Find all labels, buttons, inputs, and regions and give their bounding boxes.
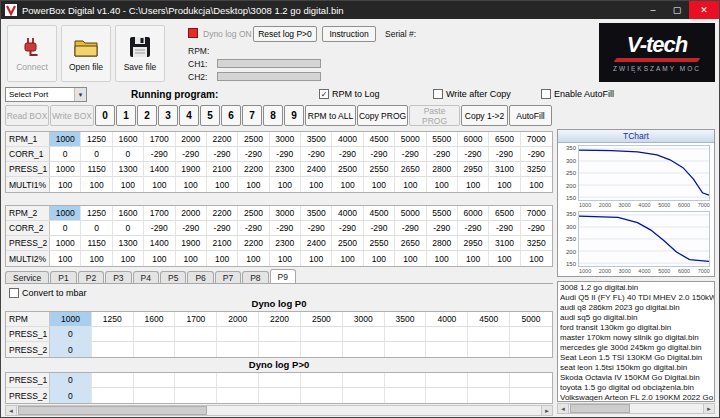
table-cell[interactable]: 1000 [50,206,81,220]
table-cell[interactable]: -290 [458,147,489,161]
file-list-item[interactable]: Volkswagen Arteon FL 2.0 190KM 2022 Go D… [558,393,714,402]
file-list-item[interactable]: 3008 1.2 go digital.bin [558,283,714,293]
table-cell[interactable]: 3100 [489,236,520,250]
table-cell[interactable]: -290 [395,147,426,161]
scroll-left-button[interactable]: ◄ [6,406,17,415]
table-cell[interactable] [426,388,468,403]
table-cell[interactable]: -290 [395,221,426,235]
file-list-scrollbar[interactable]: ◄ ► [557,403,715,414]
table-cell[interactable]: 3250 [521,162,552,176]
table-cell[interactable]: 2000 [176,206,207,220]
table-cell[interactable]: -290 [144,221,175,235]
table-cell[interactable]: 5500 [427,206,458,220]
table-cell[interactable]: 100 [332,251,363,266]
table-cell[interactable]: 0 [50,327,92,341]
table-cell[interactable]: 100 [176,251,207,266]
table-cell[interactable]: 1000 [50,312,92,326]
table-cell[interactable]: 100 [270,251,301,266]
table-cell[interactable] [217,388,259,403]
file-list-item[interactable]: Skoda Octavia IV 150KM Go Digital.bin [558,373,714,383]
table-cell[interactable]: 1000 [50,236,81,250]
table-cell[interactable]: -290 [364,221,395,235]
table-cell[interactable]: 1600 [113,206,144,220]
table-cell[interactable]: 3000 [343,312,385,326]
table-cell[interactable]: 1300 [113,162,144,176]
table-cell[interactable] [510,388,552,403]
table-cell[interactable] [343,342,385,357]
write-box-button[interactable]: Write BOX [50,105,94,126]
file-list-item[interactable]: ford transit 130km go digital.bin [558,323,714,333]
table-cell[interactable]: 4000 [426,312,468,326]
table-cell[interactable] [385,388,427,403]
table-cell[interactable]: -290 [176,147,207,161]
table-cell[interactable]: 6000 [458,132,489,146]
instruction-button[interactable]: Instruction [322,26,376,42]
table-cell[interactable] [217,342,259,357]
table-cell[interactable] [92,388,134,403]
table-cell[interactable]: 1250 [81,132,112,146]
table-cell[interactable]: 100 [458,251,489,266]
file-list-item[interactable]: audi q8 286km 2023 go digital.bin [558,303,714,313]
table-cell[interactable]: 100 [207,251,238,266]
scroll-track[interactable] [17,406,541,415]
scroll-left-button[interactable]: ◄ [558,404,569,413]
table-cell[interactable]: 0 [50,373,92,387]
table-cell[interactable] [259,373,301,387]
connect-button[interactable]: Connect [7,25,57,82]
table-cell[interactable]: 100 [395,177,426,192]
table-cell[interactable]: 2950 [458,162,489,176]
table-cell[interactable] [175,388,217,403]
table-cell[interactable] [301,327,343,341]
table-cell[interactable]: 4000 [332,132,363,146]
table-cell[interactable]: 100 [81,251,112,266]
table-cell[interactable] [175,342,217,357]
table-cell[interactable]: 2650 [395,162,426,176]
table-cell[interactable] [175,373,217,387]
table-cell[interactable] [426,373,468,387]
table-cell[interactable]: 2550 [364,236,395,250]
table-cell[interactable]: 0 [50,342,92,357]
table-cell[interactable] [175,327,217,341]
table-cell[interactable] [134,388,176,403]
table-cell[interactable]: 100 [113,177,144,192]
digit-button-1[interactable]: 1 [116,105,136,126]
table-cell[interactable]: -290 [427,221,458,235]
table-cell[interactable]: 5000 [510,312,552,326]
copy-1-to-2-button[interactable]: Copy 1->2 [461,105,508,126]
scroll-right-button[interactable]: ► [541,406,552,415]
checkbox-box[interactable]: ✓ [319,89,329,99]
table-cell[interactable]: -290 [238,221,269,235]
table-cell[interactable]: 100 [270,177,301,192]
table-cell[interactable]: 100 [489,177,520,192]
table-h-scrollbar[interactable]: ◄ ► [5,405,553,416]
convert-to-mbar-checkbox[interactable]: Convert to mbar [9,288,87,298]
table-cell[interactable]: 1600 [113,132,144,146]
checkbox-box[interactable] [9,288,19,298]
table-cell[interactable]: 100 [521,251,552,266]
table-cell[interactable]: -290 [270,147,301,161]
table-cell[interactable] [385,327,427,341]
table-cell[interactable]: 100 [144,251,175,266]
table-cell[interactable]: 2000 [176,132,207,146]
checkbox-rpm-to-log[interactable]: ✓RPM to Log [319,89,380,99]
reset-log-button[interactable]: Reset log P>0 [253,26,317,42]
table-cell[interactable]: 2300 [270,162,301,176]
file-list-item[interactable]: seat leon 1.5tsi 150km go digital.bin [558,363,714,373]
table-cell[interactable]: 100 [238,177,269,192]
table-cell[interactable]: 0 [113,147,144,161]
table-cell[interactable]: 100 [50,251,81,266]
file-list-item[interactable]: Audi Q5 II (FY FL) 40 TDI MHEV 2.0 150kW… [558,293,714,303]
table-cell[interactable] [92,373,134,387]
table-cell[interactable]: 100 [427,251,458,266]
checkbox-write-after-copy[interactable]: Write after Copy [433,89,511,99]
table-cell[interactable]: 1250 [81,206,112,220]
table-cell[interactable]: 0 [50,147,81,161]
digit-button-7[interactable]: 7 [242,105,262,126]
table-cell[interactable]: 100 [301,251,332,266]
table-cell[interactable]: 0 [50,221,81,235]
table-cell[interactable] [468,342,510,357]
maximize-button[interactable]: ▢ [665,1,689,19]
table-cell[interactable]: -290 [301,221,332,235]
scroll-thumb[interactable] [18,406,207,415]
checkbox-enable-autofill[interactable]: Enable AutoFill [541,89,614,99]
